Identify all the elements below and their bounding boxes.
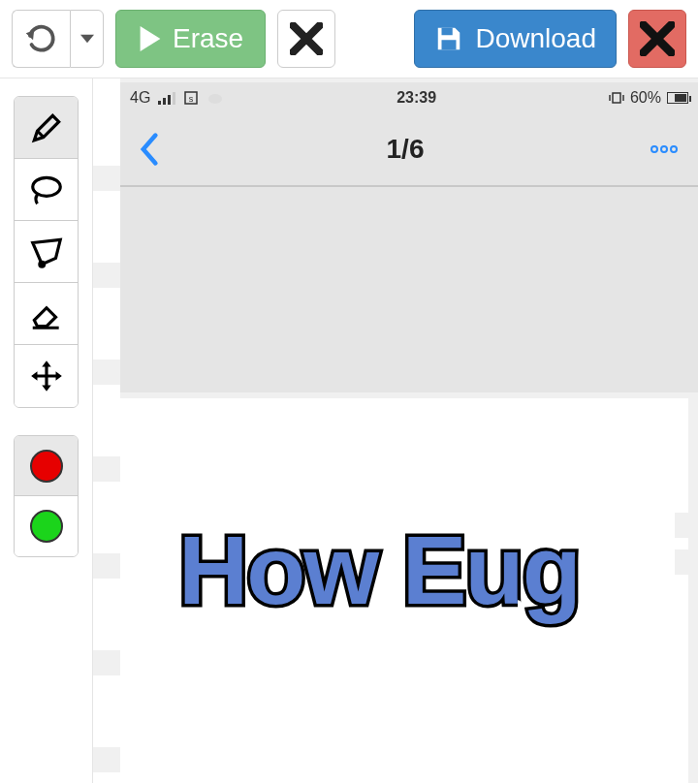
x-icon xyxy=(290,22,323,55)
svg-rect-0 xyxy=(442,28,453,36)
status-time: 23:39 xyxy=(397,89,436,107)
phone-status-bar: 4G s 23:39 60% xyxy=(120,82,698,113)
lasso-tool[interactable] xyxy=(15,159,79,221)
svg-rect-5 xyxy=(158,101,161,105)
svg-rect-7 xyxy=(168,95,171,105)
green-circle-icon xyxy=(30,510,63,543)
cancel-button[interactable] xyxy=(277,10,335,68)
phone-screenshot: 4G s 23:39 60% 1/6 xyxy=(120,82,698,392)
eraser-tool[interactable] xyxy=(15,283,79,345)
download-label: Download xyxy=(475,23,596,54)
svg-point-2 xyxy=(33,177,61,196)
svg-point-16 xyxy=(661,146,667,152)
signal-bars-icon xyxy=(158,91,175,105)
marker-tool[interactable] xyxy=(15,97,79,159)
svg-rect-6 xyxy=(163,98,166,105)
polygon-tool[interactable] xyxy=(15,221,79,283)
phone-body-gray xyxy=(120,187,698,392)
svg-rect-12 xyxy=(613,93,620,103)
content-white: How Eug xyxy=(120,398,688,783)
lasso-icon xyxy=(28,172,65,208)
red-circle-icon xyxy=(30,450,63,483)
vibrate-icon xyxy=(609,91,624,105)
svg-text:s: s xyxy=(189,94,194,104)
page-indicator: 1/6 xyxy=(387,134,425,165)
move-icon xyxy=(28,358,65,394)
close-button[interactable] xyxy=(628,10,686,68)
eraser-icon xyxy=(28,296,65,332)
undo-group xyxy=(12,10,104,68)
back-chevron-icon[interactable] xyxy=(140,132,161,167)
phone-nav-row: 1/6 xyxy=(120,113,698,187)
battery-pct: 60% xyxy=(630,89,661,107)
canvas-area[interactable]: 4G s 23:39 60% 1/6 xyxy=(93,78,698,783)
sim-icon: s xyxy=(183,90,199,106)
undo-button[interactable] xyxy=(12,10,70,68)
svg-point-15 xyxy=(651,146,657,152)
marker-icon xyxy=(28,110,65,146)
ruler-left xyxy=(93,78,120,783)
overlay-text: How Eug xyxy=(178,515,580,626)
download-button[interactable]: Download xyxy=(414,10,617,68)
tool-sidebar xyxy=(0,78,93,783)
swatch-green[interactable] xyxy=(15,496,79,556)
erase-label: Erase xyxy=(173,23,243,54)
undo-dropdown-button[interactable] xyxy=(70,10,104,68)
cloud-icon xyxy=(206,91,224,105)
undo-icon xyxy=(24,21,59,56)
polygon-icon xyxy=(28,234,65,270)
svg-point-11 xyxy=(208,94,222,104)
swatch-group xyxy=(14,435,79,557)
svg-point-3 xyxy=(38,260,46,267)
save-icon xyxy=(434,24,463,53)
tool-group xyxy=(14,96,79,408)
move-tool[interactable] xyxy=(15,345,79,407)
ruler-right xyxy=(675,78,698,783)
swatch-red[interactable] xyxy=(15,436,79,496)
svg-rect-1 xyxy=(442,40,457,49)
signal-text: 4G xyxy=(130,89,150,107)
caret-down-icon xyxy=(80,32,94,46)
svg-rect-8 xyxy=(173,92,175,105)
erase-button[interactable]: Erase xyxy=(115,10,266,68)
play-icon xyxy=(138,26,163,51)
main-area: 4G s 23:39 60% 1/6 xyxy=(0,78,698,783)
top-toolbar: Erase Download xyxy=(0,0,698,78)
close-icon xyxy=(640,21,675,56)
